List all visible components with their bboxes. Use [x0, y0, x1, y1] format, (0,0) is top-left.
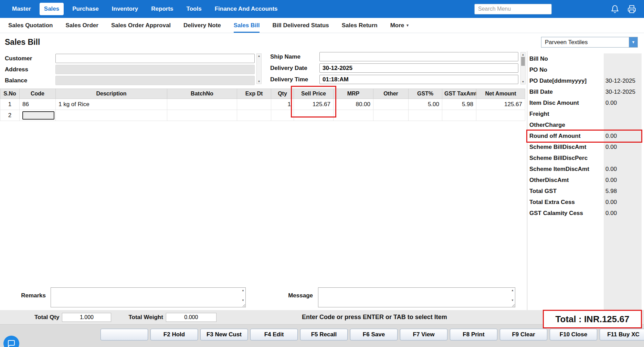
main-menu-item[interactable]: Inventory: [107, 3, 143, 15]
summary-value[interactable]: 0.00: [604, 98, 642, 109]
cell-other[interactable]: [373, 99, 409, 110]
submenu-item[interactable]: Sales Order Approval ▾: [111, 18, 171, 33]
message-textarea[interactable]: [318, 287, 515, 307]
fkey-button[interactable]: F10 Close: [550, 329, 597, 340]
cell-net-amount[interactable]: [476, 110, 525, 121]
grand-total: Total : INR.125.67: [543, 310, 642, 328]
cell-mrp[interactable]: 80.00: [334, 99, 373, 110]
main-menu-item[interactable]: Sales: [40, 3, 64, 15]
items-grid-header-cell: BatchNo: [167, 89, 237, 99]
summary-value[interactable]: [604, 120, 642, 131]
address-field: [55, 65, 255, 74]
submenu-item[interactable]: Bill Delivered Status ▾: [272, 18, 329, 33]
scroll-up-icon[interactable]: ▲: [258, 54, 261, 58]
cell-net-amount[interactable]: 125.67: [476, 99, 525, 110]
remarks-textarea[interactable]: [51, 287, 246, 307]
total-weight-input[interactable]: [166, 313, 217, 322]
summary-value[interactable]: 0.00: [604, 175, 642, 186]
main-menu-item[interactable]: Reports: [147, 3, 178, 15]
submenu-item-label: Sales Order: [65, 22, 98, 29]
summary-row: OtherDiscAmt 0.00: [527, 175, 641, 186]
total-weight-label: Total Weight: [128, 314, 163, 321]
cell-code[interactable]: 86: [20, 99, 56, 110]
scroll-down-icon[interactable]: ▼: [522, 80, 525, 83]
fkey-button[interactable]: F5 Recall: [300, 329, 348, 340]
customer-input[interactable]: [55, 54, 255, 63]
summary-label: Scheme BillDiscPerc: [529, 155, 604, 162]
fkey-button[interactable]: F9 Clear: [500, 329, 547, 340]
cell-expdt[interactable]: [237, 110, 271, 121]
cell-batchno[interactable]: [167, 110, 237, 121]
submenu-item[interactable]: Sales Order ▾: [65, 18, 98, 33]
scroll-down-icon[interactable]: ▼: [258, 80, 261, 83]
summary-value[interactable]: [604, 53, 642, 64]
summary-value[interactable]: [604, 64, 642, 75]
fkey-button[interactable]: F7 View: [400, 329, 447, 340]
summary-value[interactable]: 5.98: [604, 186, 642, 197]
customer-scrollbar[interactable]: ▲ ▼: [256, 53, 262, 84]
main-menu-item[interactable]: Tools: [182, 3, 206, 15]
summary-value[interactable]: 30-12-2025: [604, 75, 642, 86]
cell-mrp[interactable]: [334, 110, 373, 121]
summary-value[interactable]: 0.00: [604, 197, 642, 208]
sales-submenu: Sales Quotation ▾ Sales Order ▾ Sales Or…: [0, 18, 644, 33]
cell-description[interactable]: 1 kg of Rice: [56, 99, 167, 110]
summary-value[interactable]: 0.00: [604, 164, 642, 175]
summary-label: PO Date[ddmmyyyy]: [529, 78, 604, 84]
notifications-bell-icon[interactable]: [610, 4, 620, 14]
company-select[interactable]: Parveen Textiles ▼: [541, 37, 638, 48]
cell-other[interactable]: [373, 110, 409, 121]
submenu-item[interactable]: Sales Bill ▾: [234, 18, 260, 33]
summary-label: Scheme BillDiscAmt: [529, 144, 604, 151]
summary-label: Total GST: [529, 188, 604, 195]
submenu-item[interactable]: Sales Quotation ▾: [8, 18, 53, 33]
summary-value[interactable]: [604, 109, 642, 120]
submenu-item[interactable]: Delivery Note ▾: [183, 18, 221, 33]
cell-gst-percent[interactable]: 5.00: [409, 99, 442, 110]
fkey-button[interactable]: F4 Edit: [250, 329, 298, 340]
chevron-down-icon[interactable]: ▼: [629, 37, 637, 47]
ship-scrollbar[interactable]: ▲ ▼: [520, 52, 526, 84]
summary-value[interactable]: [604, 153, 642, 164]
fkey-button[interactable]: F2 Hold: [150, 329, 198, 340]
cell-qty[interactable]: 1: [271, 99, 294, 110]
cell-code[interactable]: [20, 110, 56, 121]
main-menu-item[interactable]: Purchase: [68, 3, 103, 15]
scroll-up-icon[interactable]: ▲: [522, 53, 525, 56]
ship-name-input[interactable]: [319, 52, 518, 61]
scrollbar-thumb[interactable]: [521, 57, 525, 66]
cell-gst-taxamt[interactable]: [442, 110, 476, 121]
main-menu-item[interactable]: Finance And Accounts: [210, 3, 282, 15]
submenu-item[interactable]: Sales Return ▾: [342, 18, 378, 33]
fkey-button[interactable]: F3 New Cust: [200, 329, 248, 340]
cell-qty[interactable]: [271, 110, 294, 121]
fkey-button[interactable]: [101, 329, 148, 340]
summary-row: Scheme ItemDiscAmt 0.00: [527, 164, 641, 175]
cell-sell-price[interactable]: [294, 110, 334, 121]
cell-description[interactable]: [56, 110, 167, 121]
summary-value[interactable]: 30-12-2025: [604, 86, 642, 98]
submenu-item[interactable]: More ▾: [390, 18, 409, 33]
cell-sell-price[interactable]: 125.67: [294, 99, 334, 110]
summary-value[interactable]: 0.00: [604, 142, 642, 153]
fkey-button[interactable]: F11 Buy XC: [600, 329, 644, 340]
fkey-button[interactable]: F8 Print: [450, 329, 497, 340]
active-code-input[interactable]: [22, 111, 54, 120]
cell-sno[interactable]: 1: [0, 99, 20, 110]
search-input[interactable]: [474, 4, 552, 14]
cell-batchno[interactable]: [167, 99, 237, 110]
total-qty-input[interactable]: [62, 313, 111, 322]
summary-value[interactable]: 0.00: [604, 208, 642, 219]
main-menu-item[interactable]: Master: [8, 3, 35, 15]
cell-expdt[interactable]: [237, 99, 271, 110]
summary-value[interactable]: 0.00: [604, 131, 642, 142]
main-menu: Master Sales Purchase Inventory Reports …: [8, 3, 282, 15]
delivery-date-input[interactable]: [319, 63, 518, 73]
cell-gst-taxamt[interactable]: 5.98: [442, 99, 476, 110]
cell-sno[interactable]: 2: [0, 110, 20, 121]
delivery-time-label: Delivery Time: [270, 76, 319, 83]
delivery-time-input[interactable]: [319, 75, 518, 84]
cell-gst-percent[interactable]: [409, 110, 442, 121]
print-icon[interactable]: [627, 4, 636, 14]
fkey-button[interactable]: F6 Save: [350, 329, 398, 340]
